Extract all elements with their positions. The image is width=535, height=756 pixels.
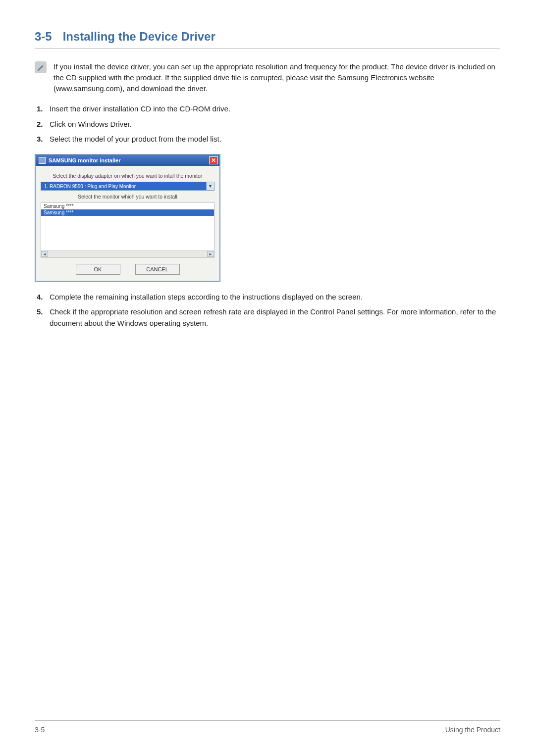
app-icon xyxy=(39,157,46,164)
scroll-left-icon[interactable]: ◄ xyxy=(41,251,48,257)
page-footer: 3-5 Using the Product xyxy=(35,720,500,734)
section-title: Installing the Device Driver xyxy=(63,30,215,44)
section-heading: 3-5 Installing the Device Driver xyxy=(35,30,500,49)
monitor-listbox[interactable]: Samsung **** Samsung **** ◄ ► xyxy=(41,202,214,258)
window-title: SAMSUNG monitor installer xyxy=(49,157,120,163)
note-block: If you install the device driver, you ca… xyxy=(35,61,500,94)
adapter-dropdown[interactable]: 1. RADEON 9550 : Plug and Play Monitor ▼ xyxy=(41,182,214,191)
step-item: Insert the driver installation CD into t… xyxy=(35,103,500,115)
monitor-label: Select the monitor which you want to ins… xyxy=(41,194,214,200)
note-icon xyxy=(35,61,47,73)
step-item: Click on Windows Driver. xyxy=(35,119,500,130)
horizontal-scrollbar[interactable]: ◄ ► xyxy=(41,251,214,257)
footer-left: 3-5 xyxy=(35,726,45,734)
list-item[interactable]: Samsung **** xyxy=(41,203,214,209)
ok-button[interactable]: OK xyxy=(76,264,120,275)
ordered-steps-before: Insert the driver installation CD into t… xyxy=(35,103,500,145)
ordered-steps-after: Complete the remaining installation step… xyxy=(35,292,500,329)
step-item: Check if the appropriate resolution and … xyxy=(35,306,500,329)
close-button[interactable]: ✕ xyxy=(209,156,218,164)
scroll-right-icon[interactable]: ► xyxy=(207,251,214,257)
window-titlebar: SAMSUNG monitor installer ✕ xyxy=(36,155,219,166)
adapter-selected-value: 1. RADEON 9550 : Plug and Play Monitor xyxy=(41,182,206,190)
step-item: Select the model of your product from th… xyxy=(35,134,500,145)
cancel-button[interactable]: CANCEL xyxy=(135,264,180,275)
list-item[interactable]: Samsung **** xyxy=(41,209,214,216)
footer-right: Using the Product xyxy=(445,726,500,734)
step-item: Complete the remaining installation step… xyxy=(35,292,500,303)
chevron-down-icon[interactable]: ▼ xyxy=(206,182,214,190)
installer-window: SAMSUNG monitor installer ✕ Select the d… xyxy=(35,154,220,282)
section-number: 3-5 xyxy=(35,30,52,44)
close-icon: ✕ xyxy=(211,157,216,163)
note-text: If you install the device driver, you ca… xyxy=(54,61,500,94)
adapter-label: Select the display adapter on which you … xyxy=(41,173,214,179)
